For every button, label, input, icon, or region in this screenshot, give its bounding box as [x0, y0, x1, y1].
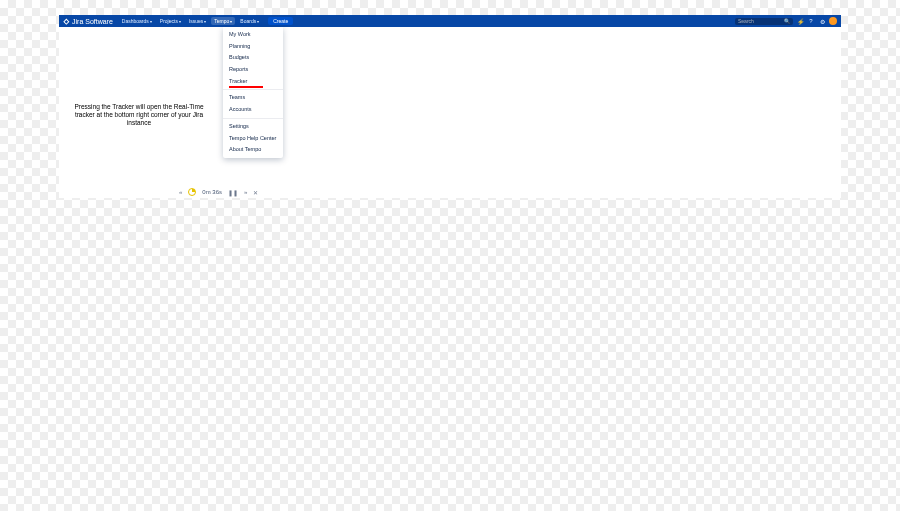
- search-icon: 🔍: [784, 18, 790, 24]
- nav-boards[interactable]: Boards ▾: [237, 17, 262, 25]
- nav-dashboards-label: Dashboards: [122, 18, 149, 24]
- dropdown-my-work[interactable]: My Work: [223, 29, 283, 41]
- playback-pause-button[interactable]: ❚❚: [228, 189, 238, 196]
- search-input[interactable]: Search 🔍: [735, 18, 793, 25]
- nav-projects[interactable]: Projects ▾: [157, 17, 184, 25]
- dropdown-planning[interactable]: Planning: [223, 41, 283, 53]
- dropdown-reports[interactable]: Reports: [223, 64, 283, 76]
- chevron-down-icon: ▾: [204, 19, 206, 24]
- nav-tempo-label: Tempo: [214, 18, 229, 24]
- playback-forward-button[interactable]: »: [244, 189, 247, 195]
- chevron-down-icon: ▾: [150, 19, 152, 24]
- nav-dashboards[interactable]: Dashboards ▾: [119, 17, 155, 25]
- nav-projects-label: Projects: [160, 18, 178, 24]
- playback-close-button[interactable]: ✕: [253, 189, 258, 196]
- dropdown-help-center[interactable]: Tempo Help Center: [223, 133, 283, 145]
- brand-text: Jira Software: [72, 18, 113, 25]
- settings-gear-icon[interactable]: ⚙: [818, 17, 826, 25]
- chevron-down-icon: ▾: [230, 19, 232, 24]
- brand[interactable]: Jira Software: [63, 18, 113, 25]
- create-button[interactable]: Create: [268, 17, 293, 25]
- dropdown-separator: [223, 118, 283, 119]
- dropdown-settings[interactable]: Settings: [223, 121, 283, 133]
- chevron-down-icon: ▾: [257, 19, 259, 24]
- dropdown-budgets[interactable]: Budgets: [223, 52, 283, 64]
- dropdown-accounts[interactable]: Accounts: [223, 104, 283, 116]
- chevron-down-icon: ▾: [179, 19, 181, 24]
- dropdown-tracker[interactable]: Tracker: [223, 76, 283, 88]
- dropdown-teams[interactable]: Teams: [223, 92, 283, 104]
- top-bar: Jira Software Dashboards ▾ Projects ▾ Is…: [59, 15, 841, 27]
- nav-boards-label: Boards: [240, 18, 256, 24]
- playback-controls: « 0m 36s ❚❚ » ✕: [179, 188, 258, 196]
- playback-progress-icon: [188, 188, 196, 196]
- app-frame: Jira Software Dashboards ▾ Projects ▾ Is…: [59, 15, 841, 198]
- dropdown-separator: [223, 89, 283, 90]
- annotation-caption: Pressing the Tracker will open the Real-…: [65, 103, 213, 127]
- primary-nav: Dashboards ▾ Projects ▾ Issues ▾ Tempo ▾…: [119, 17, 293, 25]
- tempo-dropdown: My Work Planning Budgets Reports Tracker…: [223, 27, 283, 158]
- lightning-icon[interactable]: ⚡: [796, 17, 804, 25]
- jira-logo-icon: [63, 18, 70, 25]
- nav-tempo[interactable]: Tempo ▾: [211, 17, 235, 25]
- playback-time: 0m 36s: [202, 189, 222, 195]
- help-icon[interactable]: ?: [807, 17, 815, 25]
- dropdown-about[interactable]: About Tempo: [223, 144, 283, 156]
- create-button-label: Create: [273, 18, 288, 24]
- avatar[interactable]: [829, 17, 837, 25]
- search-placeholder: Search: [738, 18, 754, 24]
- playback-rewind-button[interactable]: «: [179, 189, 182, 195]
- nav-issues-label: Issues: [189, 18, 203, 24]
- nav-issues[interactable]: Issues ▾: [186, 17, 209, 25]
